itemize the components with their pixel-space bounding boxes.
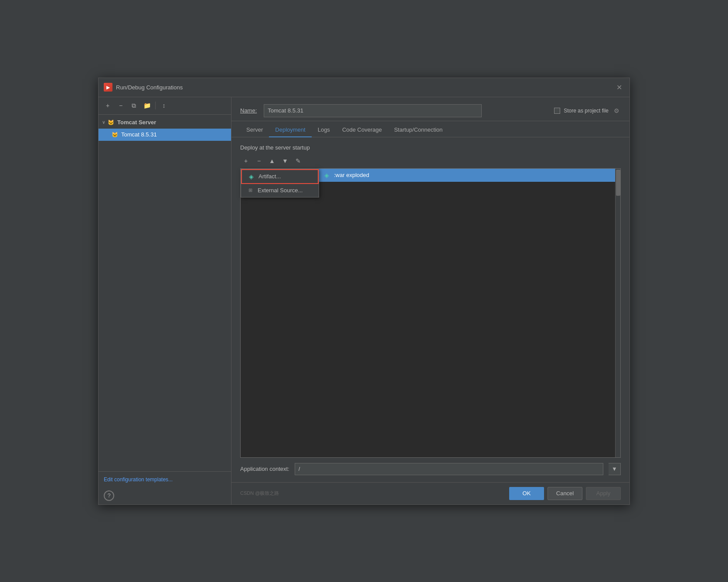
toolbar-separator	[155, 102, 156, 109]
bottom-bar: CSDN @极致之路 OK Cancel Apply	[231, 482, 629, 504]
folder-config-button[interactable]: 📁	[141, 100, 153, 111]
scrollbar-track[interactable]	[615, 169, 620, 457]
tree-arrow-icon: ∨	[102, 120, 105, 125]
app-icon: ▶	[104, 83, 112, 92]
dialog-title: Run/Debug Configurations	[116, 84, 614, 91]
run-debug-dialog: ▶ Run/Debug Configurations ✕ + − ⧉ 📁 ↕ ∨…	[98, 78, 630, 505]
deploy-list-item[interactable]: ◈ :war exploded	[319, 169, 620, 182]
title-bar: ▶ Run/Debug Configurations ✕	[99, 78, 629, 97]
artifact-menu-item[interactable]: ◈ Artifact...	[241, 169, 319, 184]
external-source-icon: ⊞	[246, 187, 254, 194]
main-content: + − ⧉ 📁 ↕ ∨ 🐱 Tomcat Server 🐱 Tomcat 8.5	[99, 97, 629, 504]
tab-deployment-content: Deploy at the server startup + − ▲ ▼ ✎ ◈…	[231, 137, 629, 482]
tomcat-server-group: ∨ 🐱 Tomcat Server 🐱 Tomcat 8.5.31	[99, 116, 231, 141]
deploy-up-button[interactable]: ▲	[266, 155, 278, 167]
gear-icon[interactable]: ⚙	[612, 106, 621, 115]
config-header: Name: Store as project file ⚙	[231, 97, 629, 121]
config-name-input[interactable]	[264, 104, 482, 117]
deploy-artifact-icon: ◈	[323, 171, 330, 179]
add-artifact-dropdown: ◈ Artifact... ⊞ External Source...	[241, 169, 319, 197]
watermark: CSDN @极致之路	[240, 490, 279, 497]
artifact-label: Artifact...	[259, 173, 281, 180]
store-project-area: Store as project file ⚙	[554, 106, 621, 115]
deploy-remove-button[interactable]: −	[253, 155, 265, 167]
app-context-label: Application context:	[240, 466, 289, 472]
tab-deployment[interactable]: Deployment	[269, 123, 311, 137]
deploy-edit-button[interactable]: ✎	[293, 155, 304, 167]
right-panel: Name: Store as project file ⚙ Server Dep…	[231, 97, 629, 504]
name-label: Name:	[240, 107, 257, 114]
config-tree: ∨ 🐱 Tomcat Server 🐱 Tomcat 8.5.31	[99, 115, 231, 471]
tab-startup-connection[interactable]: Startup/Connection	[388, 123, 449, 137]
deploy-add-button[interactable]: +	[240, 155, 252, 167]
close-button[interactable]: ✕	[614, 82, 624, 92]
deploy-down-button[interactable]: ▼	[279, 155, 291, 167]
apply-button[interactable]: Apply	[586, 487, 621, 500]
scrollbar-thumb[interactable]	[616, 170, 620, 196]
help-area: ?	[99, 487, 231, 504]
left-panel: + − ⧉ 📁 ↕ ∨ 🐱 Tomcat Server 🐱 Tomcat 8.5	[99, 97, 231, 504]
tab-logs[interactable]: Logs	[312, 123, 336, 137]
cancel-button[interactable]: Cancel	[548, 487, 582, 500]
tomcat-child-icon: 🐱	[111, 131, 119, 139]
copy-config-button[interactable]: ⧉	[128, 100, 139, 111]
tab-server[interactable]: Server	[240, 123, 269, 137]
app-context-area: Application context: ▼	[240, 463, 621, 475]
sort-config-button[interactable]: ↕	[158, 100, 170, 111]
external-source-menu-item[interactable]: ⊞ External Source...	[241, 184, 319, 197]
store-project-label: Store as project file	[564, 108, 609, 114]
app-context-dropdown-button[interactable]: ▼	[609, 463, 621, 475]
tab-code-coverage[interactable]: Code Coverage	[336, 123, 388, 137]
artifact-icon: ◈	[247, 173, 255, 180]
tomcat-icon: 🐱	[107, 119, 115, 126]
deploy-toolbar: + − ▲ ▼ ✎	[240, 155, 621, 167]
tomcat-server-group-header[interactable]: ∨ 🐱 Tomcat Server	[99, 116, 231, 129]
tomcat-config-item[interactable]: 🐱 Tomcat 8.5.31	[99, 129, 231, 141]
external-source-label: External Source...	[258, 187, 303, 194]
tomcat-config-label: Tomcat 8.5.31	[121, 131, 157, 138]
store-project-checkbox[interactable]	[554, 108, 560, 114]
tabs-bar: Server Deployment Logs Code Coverage Sta…	[231, 123, 629, 137]
left-toolbar: + − ⧉ 📁 ↕	[99, 97, 231, 115]
deploy-list-container: ◈ Artifact... ⊞ External Source... ◈ :wa…	[240, 168, 621, 458]
remove-config-button[interactable]: −	[115, 100, 126, 111]
help-button[interactable]: ?	[104, 490, 114, 501]
edit-config-templates-link[interactable]: Edit configuration templates...	[104, 476, 173, 483]
left-bottom: Edit configuration templates...	[99, 471, 231, 487]
add-config-button[interactable]: +	[102, 100, 113, 111]
deploy-item-label: :war exploded	[334, 172, 369, 178]
ok-button[interactable]: OK	[509, 487, 544, 500]
deploy-section-label: Deploy at the server startup	[240, 144, 621, 151]
tomcat-server-label: Tomcat Server	[117, 119, 156, 126]
app-context-input[interactable]	[295, 463, 603, 475]
